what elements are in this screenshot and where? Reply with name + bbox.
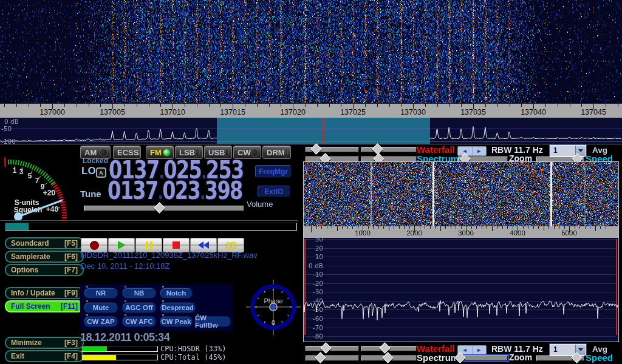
scale-tick: [513, 226, 513, 229]
spectrum-brightness-slider[interactable]: [306, 356, 359, 361]
button-samplerate[interactable]: Samplerate[F6]: [5, 251, 84, 263]
dsp-button-cw-afc[interactable]: CW AFC: [122, 316, 156, 327]
spin-right-arrow-icon[interactable]: ►: [473, 147, 487, 155]
scale-tick: [420, 226, 420, 229]
frequency-tick-label: 137035: [460, 108, 486, 116]
mode-button-drm[interactable]: DRM: [262, 146, 291, 159]
frequency-tick-label: 137030: [400, 108, 426, 116]
db-label: 0 dB: [4, 118, 19, 125]
spectrum-contrast-slider[interactable]: [361, 356, 417, 361]
spin-right-arrow-icon[interactable]: ►: [473, 346, 487, 354]
waterfall-contrast-slider[interactable]: [361, 147, 417, 152]
scale-tick: [317, 104, 318, 107]
waterfall-brightness-slider-thumb[interactable]: [320, 342, 331, 353]
scale-tick: [197, 104, 197, 107]
main-frequency-scale[interactable]: 1370001370051370101370151370201370251370…: [0, 103, 622, 118]
scale-tick: [383, 226, 384, 229]
rbw-spin-control[interactable]: ◄►: [457, 146, 487, 156]
dsp-button-mute[interactable]: Mute: [84, 302, 118, 313]
scale-tick: [461, 104, 462, 107]
zoom-slider[interactable]: [458, 356, 508, 361]
dsp-button-cw-peak[interactable]: CW Peak: [160, 316, 193, 327]
right-spectrum-trace: [304, 238, 618, 342]
scale-tick: [523, 226, 524, 229]
hdsdr-main-window: 1370001370051370101370151370201370251370…: [0, 0, 622, 364]
button-exit[interactable]: Exit[F4]: [5, 350, 84, 362]
frequency-tick-label: 2000: [406, 229, 422, 237]
dsp-button-nb[interactable]: NB: [122, 288, 156, 298]
scale-tick: [125, 104, 125, 107]
tune-frequency-display[interactable]: 0137.023.398: [108, 180, 242, 203]
button-label: Exit: [11, 352, 24, 360]
scale-tick: [558, 104, 558, 107]
dsp-button-agc-off[interactable]: AGC Off: [122, 302, 156, 313]
scale-tick: [316, 226, 317, 229]
zoom-label: Zoom: [509, 352, 532, 362]
scale-tick: [137, 104, 137, 107]
button-options[interactable]: Options[F7]: [5, 264, 84, 276]
right-frequency-scale[interactable]: 10002000300040005000: [303, 226, 619, 238]
digit-separator[interactable]: .: [200, 182, 205, 203]
cpu-label: CPU:Total (45%): [160, 353, 226, 362]
right-waterfall-display[interactable]: [303, 161, 619, 227]
waterfall-brightness-slider[interactable]: [306, 346, 359, 351]
avg-dropdown[interactable]: 1: [550, 145, 586, 157]
scale-tick: [220, 104, 221, 107]
waterfall-contrast-slider-thumb[interactable]: [380, 342, 391, 353]
loop-icon: [225, 242, 237, 249]
frequency-tick-label: 137040: [521, 108, 546, 116]
speed-slider[interactable]: [536, 356, 584, 361]
button-info-update[interactable]: Info / Update[F9]: [5, 287, 84, 299]
frequency-tick-label: 3000: [458, 229, 474, 237]
cpu-bar-fill: [82, 346, 107, 351]
waterfall-brightness-slider-thumb[interactable]: [311, 143, 322, 154]
scale-tick: [245, 104, 245, 107]
digit-group[interactable]: 398: [205, 177, 242, 204]
scale-tick: [549, 226, 549, 229]
button-minimize[interactable]: Minimize[F3]: [5, 337, 84, 349]
tune-marker-line[interactable]: [323, 118, 324, 144]
spectrum-contrast-slider-thumb[interactable]: [382, 352, 393, 363]
waterfall-contrast-slider[interactable]: [361, 346, 417, 351]
display-controls-bottom: Waterfall◄►RBW 11.7 Hz1AvgSpectrumZoomSp…: [302, 344, 622, 364]
record-icon: [90, 241, 99, 250]
button-soundcard[interactable]: Soundcard[F5]: [5, 237, 84, 249]
main-waterfall-display[interactable]: [0, 0, 622, 103]
digit-group[interactable]: 0137: [108, 177, 158, 204]
waterfall-brightness-slider[interactable]: [306, 147, 359, 152]
scale-tick: [257, 104, 258, 107]
digit-group[interactable]: 023: [162, 177, 200, 204]
scale-tick: [497, 104, 498, 107]
recording-filename: HDSDR_20111210_120938Z_137025kHz_RF.wav: [81, 251, 258, 260]
volume-slider[interactable]: [84, 206, 244, 211]
main-spectrum-display[interactable]: 0 dB -50 -100: [0, 118, 622, 144]
dsp-button-cw-fullbw[interactable]: CW FullBw: [194, 316, 231, 327]
button-full-screen[interactable]: Full Screen[F11]: [5, 300, 84, 312]
right-spectrum-display[interactable]: 3020100 dB-10-20-30-40-50-60-70-80: [303, 238, 619, 342]
lo-auto-badge[interactable]: A: [96, 167, 106, 178]
smeter-needle-pivot: [14, 212, 22, 221]
digit-separator[interactable]: .: [158, 182, 163, 203]
scale-tick: [409, 226, 410, 229]
mode-label: DRM: [267, 148, 285, 157]
avg-dropdown[interactable]: 1: [550, 344, 586, 356]
scale-tick: [342, 226, 343, 229]
scale-tick: [341, 104, 341, 107]
playback-progress-bar[interactable]: [5, 223, 297, 231]
squelch-marker[interactable]: [5, 157, 5, 167]
waterfall-contrast-slider-thumb[interactable]: [372, 143, 383, 154]
dsp-button-despread[interactable]: Despread: [160, 302, 196, 313]
button-label: Full Screen: [11, 302, 50, 311]
extio-button[interactable]: ExtIO: [258, 186, 290, 197]
spectrum-brightness-slider-thumb[interactable]: [315, 352, 326, 363]
scale-tick: [440, 226, 441, 231]
smeter-label: 1: [13, 166, 17, 175]
freqmgr-button[interactable]: FreqMgr: [255, 165, 292, 178]
dsp-button-notch[interactable]: Notch: [160, 288, 193, 298]
dsp-button-cw-zap[interactable]: CW ZAP: [84, 316, 118, 327]
scale-tick: [401, 104, 402, 107]
scale-tick: [327, 226, 327, 229]
frequency-tick-label: 137025: [340, 108, 366, 116]
dsp-button-nr[interactable]: NR: [84, 288, 118, 298]
scale-tick: [451, 226, 451, 229]
